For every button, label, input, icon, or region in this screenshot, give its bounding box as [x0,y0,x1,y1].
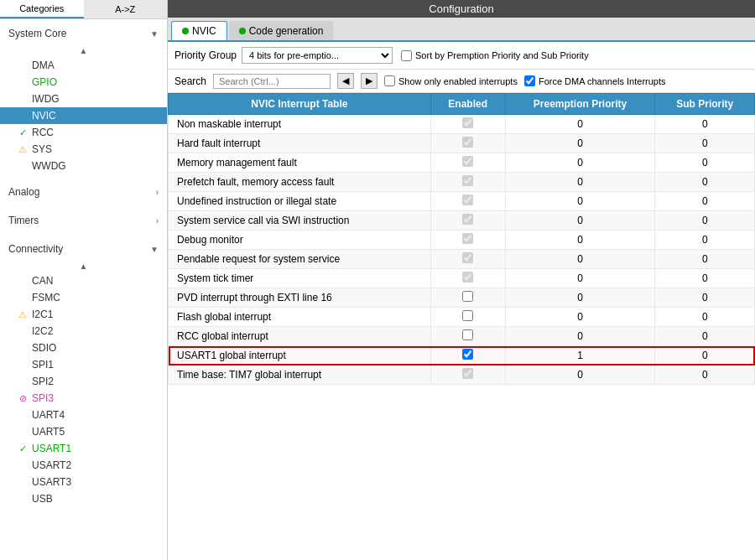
sidebar-item-spi2[interactable]: SPI2 [0,373,167,390]
sort-checkbox[interactable] [401,50,412,61]
sort-checkbox-text: Sort by Premption Priority and Sub Prior… [415,50,589,60]
enabled-checkbox[interactable] [462,117,473,128]
priority-group-select[interactable]: 4 bits for pre-emptio... [242,47,393,64]
sidebar-item-can[interactable]: CAN [0,272,167,289]
sidebar-item-wwdg[interactable]: WWDG [0,158,167,174]
show-enabled-checkbox[interactable] [384,75,395,86]
section-header-analog[interactable]: Analog › [0,181,167,203]
sidebar-item-spi1[interactable]: SPI1 [0,356,167,373]
sidebar-item-sdio[interactable]: SDIO [0,340,167,356]
config-tabs: NVIC Code generation [168,18,755,42]
tab-nvic[interactable]: NVIC [171,21,227,40]
sub-priority-cell: 0 [655,269,755,288]
enabled-checkbox[interactable] [462,175,473,186]
sub-priority-cell: 0 [655,231,755,250]
sidebar-item-usart2[interactable]: USART2 [0,457,167,474]
sidebar-item-label-spi1: SPI1 [32,359,54,371]
sidebar-item-iwdg[interactable]: IWDG [0,91,167,107]
sidebar-item-label-i2c1: I2C1 [32,309,53,320]
enabled-checkbox[interactable] [462,272,473,283]
sidebar-item-spi3[interactable]: ⊘ SPI3 [0,390,167,407]
sidebar-item-label-fsmc: FSMC [32,292,60,303]
preemption-cell: 0 [505,211,655,231]
tab-az[interactable]: A->Z [84,0,168,18]
sidebar-item-sys[interactable]: ⚠ SYS [0,141,167,158]
tab-code-generation[interactable]: Code generation [229,21,334,40]
enabled-cell[interactable] [430,211,505,231]
tab-categories[interactable]: Categories [0,0,84,18]
enabled-cell[interactable] [430,269,505,288]
enabled-cell[interactable] [430,153,505,173]
sidebar-item-label-sdio: SDIO [32,342,56,354]
preemption-cell: 0 [505,308,655,327]
enabled-cell[interactable] [430,327,505,346]
enabled-checkbox[interactable] [462,194,473,205]
interrupt-name-cell: Undefined instruction or illegal state [169,192,431,211]
sidebar-item-nvic[interactable]: NVIC [0,107,167,124]
table-row: PVD interrupt through EXTI line 1600 [169,288,755,308]
enabled-checkbox[interactable] [462,368,473,379]
interrupt-name-cell: PVD interrupt through EXTI line 16 [169,288,431,308]
chevron-analog: › [156,188,159,197]
sidebar-item-gpio[interactable]: GPIO [0,74,167,91]
chevron-connectivity: ▼ [150,245,159,254]
sidebar-item-dma[interactable]: DMA [0,57,167,74]
force-dma-label[interactable]: Force DMA channels Interrupts [524,75,666,86]
enabled-cell[interactable] [430,346,505,366]
table-row: Non maskable interrupt00 [169,115,755,134]
enabled-cell[interactable] [430,366,505,385]
enabled-cell[interactable] [430,250,505,269]
sidebar-item-usart3[interactable]: USART3 [0,474,167,490]
sidebar-item-i2c1[interactable]: ⚠ I2C1 [0,306,167,323]
preemption-cell: 0 [505,153,655,173]
sidebar-item-usb[interactable]: USB [0,490,167,507]
preemption-cell: 0 [505,288,655,308]
table-row: Hard fault interrupt00 [169,134,755,153]
sidebar-item-label-sys: SYS [32,143,52,155]
interrupt-name-cell: RCC global interrupt [169,327,431,346]
sort-checkbox-label[interactable]: Sort by Premption Priority and Sub Prior… [401,50,589,61]
scroll-up-connectivity[interactable]: ▲ [0,260,167,272]
preemption-cell: 0 [505,269,655,288]
table-row: RCC global interrupt00 [169,327,755,346]
sidebar-item-label-usart3: USART3 [32,476,71,488]
enabled-cell[interactable] [430,134,505,153]
sidebar-item-uart4[interactable]: UART4 [0,407,167,423]
enabled-checkbox[interactable] [462,329,473,340]
enabled-checkbox[interactable] [462,252,473,263]
section-header-timers[interactable]: Timers › [0,210,167,231]
force-dma-checkbox[interactable] [524,75,535,86]
enabled-cell[interactable] [430,192,505,211]
sidebar-item-usart1[interactable]: ✓ USART1 [0,440,167,457]
sub-priority-cell: 0 [655,173,755,192]
enabled-checkbox[interactable] [462,291,473,302]
search-next-btn[interactable]: ▶ [361,73,378,89]
sidebar-item-i2c2[interactable]: I2C2 [0,323,167,340]
enabled-checkbox[interactable] [462,349,473,360]
enabled-checkbox[interactable] [462,137,473,148]
sidebar-item-label-spi3: SPI3 [32,392,54,404]
enabled-cell[interactable] [430,288,505,308]
search-prev-btn[interactable]: ◀ [337,73,354,89]
section-header-connectivity[interactable]: Connectivity ▼ [0,238,167,260]
enabled-checkbox[interactable] [462,233,473,244]
search-input[interactable] [213,74,331,89]
scroll-up-system-core[interactable]: ▲ [0,44,167,57]
show-enabled-label[interactable]: Show only enabled interrupts [384,75,518,86]
enabled-cell[interactable] [430,308,505,327]
enabled-cell[interactable] [430,115,505,134]
section-header-system-core[interactable]: System Core ▼ [0,23,167,44]
enabled-cell[interactable] [430,231,505,250]
enabled-checkbox[interactable] [462,214,473,225]
enabled-checkbox[interactable] [462,310,473,321]
sidebar-item-fsmc[interactable]: FSMC [0,289,167,306]
interrupt-name-cell: Memory management fault [169,153,431,173]
enabled-cell[interactable] [430,173,505,192]
interrupt-name-cell: System tick timer [169,269,431,288]
enabled-checkbox[interactable] [462,156,473,167]
sidebar-item-rcc[interactable]: ✓ RCC [0,124,167,141]
preemption-cell: 0 [505,366,655,385]
sidebar-item-label-usb: USB [32,493,53,505]
sidebar-item-uart5[interactable]: UART5 [0,423,167,440]
sub-priority-cell: 0 [655,250,755,269]
